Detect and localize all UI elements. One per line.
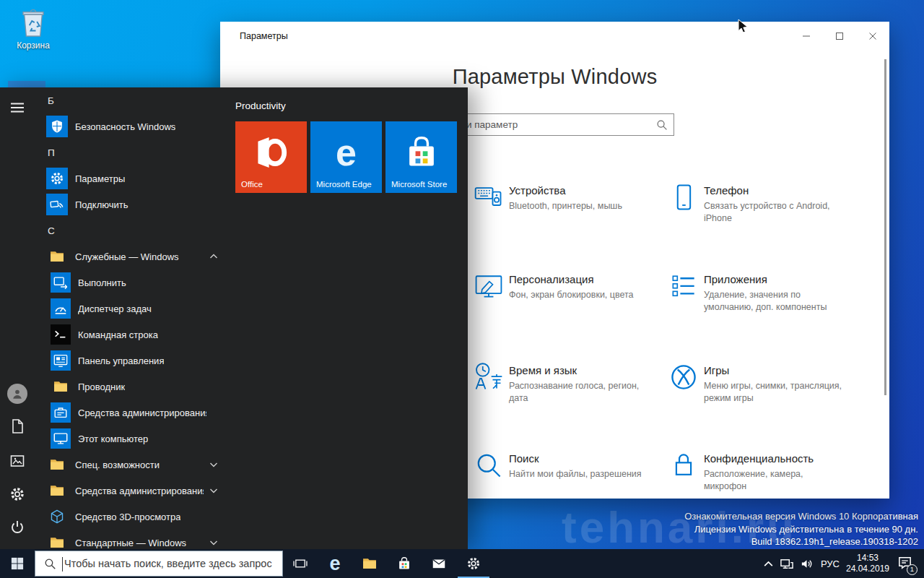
- search-category-icon: [473, 449, 505, 483]
- search-icon: [44, 558, 56, 570]
- minimize-button[interactable]: [790, 22, 823, 51]
- chevron-down-icon[interactable]: [208, 537, 219, 548]
- store-taskbar-icon[interactable]: [387, 549, 422, 578]
- documents-icon[interactable]: [9, 418, 26, 435]
- user-avatar[interactable]: [7, 384, 27, 404]
- settings-search-box[interactable]: [436, 113, 674, 136]
- start-menu: Б Безопасность Windows П Параметры Подкл…: [0, 87, 468, 549]
- start-menu-rail: [0, 87, 35, 549]
- start-app-windows-security[interactable]: Безопасность Windows: [39, 113, 224, 139]
- recycle-bin-label: Корзина: [7, 40, 59, 51]
- privacy-lock-icon: [668, 449, 699, 483]
- hamburger-menu-icon[interactable]: [9, 99, 26, 116]
- this-pc-icon: [51, 428, 71, 449]
- time-language-icon: [473, 361, 505, 394]
- tile-office[interactable]: Office: [235, 121, 307, 193]
- mouse-cursor: [738, 19, 749, 35]
- task-manager-icon: [51, 298, 71, 319]
- close-button[interactable]: [856, 22, 889, 51]
- action-center-button[interactable]: 1: [892, 549, 918, 578]
- eval-line-2: Лицензия Windows действительна в течение…: [684, 523, 918, 536]
- chevron-up-icon[interactable]: [208, 251, 219, 262]
- app-section-letter[interactable]: Б: [48, 95, 54, 106]
- eval-line-1: Ознакомительная версия Windows 10 Корпор…: [684, 510, 918, 523]
- settings-category-phone[interactable]: Телефон Связать устройство с Android, iP…: [668, 184, 857, 224]
- folder-icon: [46, 480, 68, 501]
- start-app-connect[interactable]: Подключить: [39, 191, 224, 217]
- tile-group-label[interactable]: Productivity: [235, 100, 461, 111]
- taskbar-search-box[interactable]: [35, 551, 283, 577]
- command-prompt-icon: [51, 324, 71, 345]
- task-view-button[interactable]: [283, 549, 318, 578]
- recycle-bin-icon: [18, 6, 48, 39]
- chevron-down-icon[interactable]: [208, 459, 219, 470]
- app-section-letter[interactable]: П: [48, 147, 55, 158]
- tile-microsoft-store[interactable]: Microsoft Store: [385, 121, 457, 193]
- pictures-icon[interactable]: [9, 452, 26, 470]
- start-app-control-panel[interactable]: Панель управления: [39, 348, 224, 374]
- store-icon: [385, 130, 457, 175]
- folder-icon: [46, 246, 68, 267]
- settings-category-privacy[interactable]: Конфиденциальность Расположение, камера,…: [668, 452, 857, 492]
- notification-badge: 1: [907, 564, 918, 575]
- start-button[interactable]: [0, 549, 35, 578]
- settings-gear-icon[interactable]: [9, 486, 26, 503]
- file-explorer-taskbar-icon[interactable]: [352, 549, 387, 578]
- start-app-settings[interactable]: Параметры: [39, 165, 224, 191]
- windows-desktop: tehnari.ru Ознакомительная версия Window…: [0, 0, 924, 578]
- chevron-down-icon[interactable]: [208, 485, 219, 496]
- connect-icon: [46, 194, 68, 215]
- vertical-scrollbar[interactable]: [884, 59, 886, 395]
- start-app-task-manager[interactable]: Диспетчер задач: [39, 296, 224, 322]
- tray-date: 24.04.2019: [846, 564, 889, 574]
- windows-eval-watermark: Ознакомительная версия Windows 10 Корпор…: [684, 510, 918, 548]
- run-icon: [51, 272, 71, 293]
- settings-category-gaming[interactable]: Игры Меню игры, снимки, трансляция, режи…: [668, 364, 857, 404]
- tray-time: 14:53: [857, 553, 879, 564]
- office-icon: [235, 130, 307, 175]
- settings-category-devices[interactable]: Устройства Bluetooth, принтеры, мышь: [473, 184, 662, 212]
- control-panel-icon: [51, 350, 71, 371]
- edge-taskbar-icon[interactable]: e: [318, 549, 352, 578]
- eval-line-3: Build 18362.19h1_release.190318-1202: [684, 535, 918, 548]
- start-folder-windows-system[interactable]: Служебные — Windows: [39, 243, 224, 269]
- settings-taskbar-icon[interactable]: [456, 549, 491, 578]
- recycle-bin-desktop-icon[interactable]: Корзина: [7, 6, 59, 51]
- show-hidden-icons-chevron[interactable]: [759, 549, 777, 578]
- settings-page-title: Параметры Windows: [220, 65, 889, 89]
- admin-tools-icon: [51, 402, 71, 423]
- window-title: Параметры: [240, 31, 288, 41]
- settings-category-personalization[interactable]: Персонализация Фон, экран блокировки, цв…: [473, 273, 662, 301]
- start-folder-admin-tools[interactable]: Средства администрирования...: [39, 478, 224, 504]
- start-folder-accessibility[interactable]: Спец. возможности: [39, 452, 224, 478]
- settings-search-input[interactable]: [437, 114, 674, 135]
- settings-category-apps[interactable]: Приложения Удаление, значения по умолчан…: [668, 273, 857, 313]
- search-icon[interactable]: [656, 119, 668, 131]
- volume-icon[interactable]: [796, 549, 816, 578]
- phone-icon: [668, 181, 699, 215]
- gear-icon: [46, 168, 68, 189]
- maximize-button[interactable]: [823, 22, 856, 51]
- taskbar-search-input[interactable]: [35, 551, 282, 576]
- tile-microsoft-edge[interactable]: e Microsoft Edge: [310, 121, 382, 193]
- settings-category-search[interactable]: Поиск Найти мои файлы, разрешения: [473, 452, 662, 480]
- start-app-this-pc[interactable]: Этот компьютер: [39, 426, 224, 452]
- start-app-file-explorer[interactable]: Проводник: [39, 374, 224, 400]
- start-app-command-prompt[interactable]: Командная строка: [39, 322, 224, 348]
- language-indicator[interactable]: РУС: [816, 549, 844, 578]
- devices-icon: [473, 181, 505, 215]
- start-app-admin-tools[interactable]: Средства администрирования Wi...: [39, 400, 224, 426]
- text-cursor: [62, 557, 63, 571]
- power-icon[interactable]: [9, 519, 26, 536]
- network-icon[interactable]: [777, 549, 796, 578]
- apps-icon: [668, 270, 699, 303]
- clock[interactable]: 14:53 24.04.2019: [844, 549, 892, 578]
- start-app-3d-viewer[interactable]: Средство 3D-просмотра: [39, 504, 224, 530]
- desktop-icon-partially-hidden: [8, 81, 45, 87]
- folder-icon: [46, 454, 68, 475]
- app-section-letter[interactable]: С: [48, 225, 55, 236]
- taskbar: e РУС 14:53 24.04.2019 1: [0, 549, 924, 578]
- settings-category-time-language[interactable]: Время и язык Распознавание голоса, регио…: [473, 364, 662, 404]
- mail-taskbar-icon[interactable]: [422, 549, 456, 578]
- start-app-run[interactable]: Выполнить: [39, 269, 224, 296]
